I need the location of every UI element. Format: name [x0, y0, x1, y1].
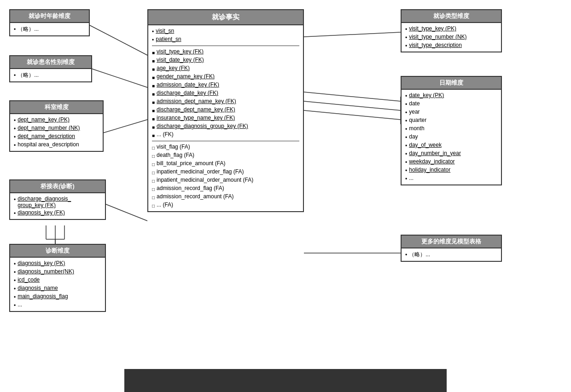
gender-dim-box: 就诊患名性别维度 （略）...: [9, 55, 92, 82]
list-item: main_diagnosis_flag: [14, 293, 101, 301]
svg-line-11: [304, 101, 401, 110]
list-item: diagnosis_name: [14, 284, 101, 293]
bullet-icon: [152, 124, 155, 130]
svg-line-9: [304, 32, 401, 37]
bullet-icon: [152, 202, 155, 209]
more-dim-box: 更多的维度见模型表格 （略）...: [401, 235, 502, 262]
list-item: visit_date_key (FK): [152, 56, 299, 64]
visit-type-dim-title: 就诊类型维度: [402, 10, 501, 23]
svg-line-0: [90, 25, 147, 55]
bullet-icon: [405, 93, 407, 99]
bullet-icon: [152, 74, 155, 81]
bullet-icon: [14, 26, 16, 33]
bullet-icon: [14, 126, 16, 132]
list-item: weekday_indicator: [405, 158, 497, 166]
list-item: （略）...: [14, 71, 87, 80]
list-item: date_key (PK): [405, 92, 497, 100]
list-item: visit_flag (FA): [152, 143, 299, 151]
list-item: day_number_in_year: [405, 150, 497, 158]
bullet-icon: [152, 115, 155, 122]
dept-dim-title: 科室维度: [10, 101, 103, 114]
list-item: visit_type_number (NK): [405, 33, 497, 41]
list-item: discharge_dept_name_key (FK): [152, 106, 299, 114]
bullet-icon: [405, 101, 407, 108]
list-item: admission_record_amount (FA): [152, 193, 299, 201]
list-item: dept_name_number (NK): [14, 124, 99, 133]
bullet-icon: [152, 186, 155, 192]
svg-line-12: [304, 110, 401, 120]
bullet-icon: [405, 118, 407, 124]
svg-line-3: [101, 202, 147, 221]
bullet-icon: [14, 277, 16, 284]
bullet-icon: [405, 159, 407, 166]
bullet-icon: [152, 66, 155, 72]
list-item: month: [405, 125, 497, 133]
age-dim-title: 就诊时年龄维度: [10, 10, 89, 23]
bridge-table-title: 桥接表(诊断): [10, 180, 105, 193]
fact-table-box: 就诊事实 visit_sn patient_sn visit_type_key …: [147, 9, 304, 212]
list-item: admission_date_key (FK): [152, 81, 299, 89]
bullet-icon: [152, 144, 155, 151]
bullet-icon: [14, 134, 16, 140]
list-item: admission_record_flag (FA): [152, 184, 299, 193]
bullet-icon: [405, 151, 407, 157]
visit-type-dim-box: 就诊类型维度 visit_type_key (PK) visit_type_nu…: [401, 9, 502, 52]
svg-line-10: [304, 92, 401, 101]
bullet-icon: [152, 58, 155, 64]
bullet-icon: [14, 117, 16, 124]
list-item: （略）...: [405, 250, 497, 259]
list-item: ...: [405, 174, 497, 183]
bullet-icon: [14, 210, 16, 217]
list-item: date: [405, 100, 497, 108]
list-item: death_flag (FA): [152, 151, 299, 160]
bullet-icon: [14, 269, 16, 276]
list-item: diagnosis_key (FK): [14, 209, 101, 217]
bullet-icon: [152, 37, 154, 43]
list-item: admission_dept_name_key (FK): [152, 98, 299, 106]
bullet-icon: [14, 196, 16, 203]
bullet-icon: [14, 302, 16, 309]
list-item: ... (FA): [152, 201, 299, 209]
bullet-icon: [152, 107, 155, 114]
list-item: inpatient_medicinal_order_amount (FA): [152, 176, 299, 184]
diagram-container: 就诊时年龄维度 （略）... 就诊患名性别维度 （略）... 科室维度: [0, 0, 571, 392]
list-item: dept_name_description: [14, 133, 99, 141]
bullet-icon: [152, 153, 155, 159]
bullet-icon: [152, 194, 155, 201]
list-item: discharge_diagnosis_group_key (FK): [152, 122, 299, 131]
bullet-icon: [152, 82, 155, 89]
bullet-icon: [152, 49, 155, 56]
list-item: gender_name_key (FK): [152, 73, 299, 81]
list-item: （略）...: [14, 25, 85, 34]
date-dim-box: 日期维度 date_key (PK) date year quarter: [401, 76, 502, 185]
bullet-icon: [405, 176, 407, 182]
bullet-icon: [152, 99, 155, 105]
list-item: insurance_type_name_key (FK): [152, 114, 299, 122]
list-item: visit_type_description: [405, 41, 497, 50]
bullet-icon: [405, 110, 407, 116]
bullet-icon: [405, 26, 407, 33]
bullet-icon: [14, 142, 16, 149]
bullet-icon: [152, 161, 155, 167]
svg-line-2: [101, 120, 147, 133]
list-item: visit_sn: [152, 27, 299, 35]
more-dim-title: 更多的维度见模型表格: [402, 236, 501, 248]
fact-table-title: 就诊事实: [148, 10, 303, 25]
bullet-icon: [405, 35, 407, 41]
list-item: diagnosis_number(NK): [14, 268, 101, 276]
bullet-icon: [405, 43, 407, 49]
list-item: hospital area_description: [14, 141, 99, 149]
list-item: bill_total_price_amount (FA): [152, 160, 299, 168]
age-dim-box: 就诊时年龄维度 （略）...: [9, 9, 90, 36]
list-item: year: [405, 108, 497, 116]
list-item: visit_type_key (FK): [152, 48, 299, 56]
list-item: ... (FK): [152, 131, 299, 139]
bullet-icon: [14, 294, 16, 300]
bullet-icon: [152, 178, 155, 184]
bullet-icon: [405, 134, 407, 141]
date-dim-title: 日期维度: [402, 77, 501, 90]
list-item: inpatient_medicinal_order_flag (FA): [152, 168, 299, 176]
bridge-table-box: 桥接表(诊断) discharge_diagnosis_group_key (F…: [9, 179, 106, 220]
bullet-icon: [405, 126, 407, 133]
list-item: holiday_indicator: [405, 166, 497, 174]
